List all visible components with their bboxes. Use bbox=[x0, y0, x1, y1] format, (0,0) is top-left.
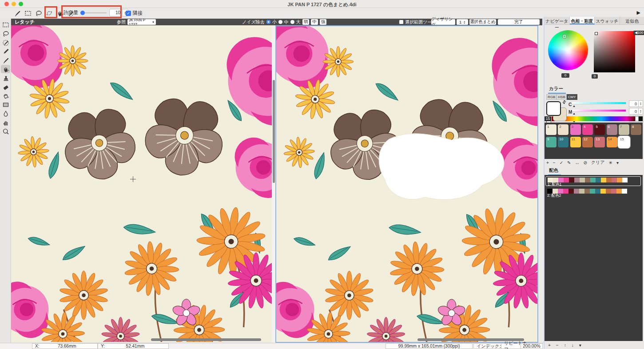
toolbar-overflow-icon[interactable]: ▶ bbox=[637, 10, 640, 16]
spectrum-black-chip[interactable] bbox=[639, 116, 643, 121]
channel-stepper[interactable]: ▲▼ bbox=[639, 108, 643, 115]
tolerance-slider-knob[interactable] bbox=[80, 11, 85, 15]
palette-tool-stamp[interactable] bbox=[1, 74, 10, 82]
canvas-source-view[interactable] bbox=[11, 25, 272, 342]
color-swatch-14[interactable]: 14 bbox=[607, 137, 617, 147]
adjacent-checkbox[interactable]: ✓ bbox=[126, 11, 131, 16]
palette-tool-eraser[interactable] bbox=[1, 83, 10, 91]
saturation-square[interactable] bbox=[594, 31, 635, 72]
noise-strength-button-強[interactable]: 強 bbox=[320, 19, 327, 25]
color-swatch-15[interactable]: 15 bbox=[619, 137, 629, 147]
scheme-move-up-button[interactable]: ↑ bbox=[564, 343, 566, 349]
noise-strength-button-弱[interactable]: 弱 bbox=[302, 19, 310, 25]
scheme-row-2[interactable]: 2: 配色2 bbox=[545, 188, 641, 198]
color-mode-CMY[interactable]: CMY bbox=[567, 94, 577, 100]
palette-tool-droplet[interactable] bbox=[1, 109, 10, 118]
swatch-swap-button[interactable]: ↔ bbox=[575, 160, 579, 165]
noise-strength-button-中[interactable]: 中 bbox=[311, 19, 318, 25]
palette-tool-eyedropper[interactable] bbox=[1, 47, 10, 56]
color-swatch-13[interactable]: 13 bbox=[594, 137, 605, 147]
color-swatch-9[interactable]: 9 bbox=[546, 137, 557, 147]
dithering-value-stepper[interactable]: 1▲▼ bbox=[457, 19, 468, 25]
palette-tool-hand[interactable] bbox=[1, 118, 10, 127]
color-panel-tab[interactable]: カラー bbox=[548, 86, 566, 94]
swatch-clear-button[interactable]: クリア bbox=[591, 159, 605, 166]
scheme-add-button[interactable]: + bbox=[548, 343, 551, 349]
noise-radio-中[interactable] bbox=[278, 20, 282, 24]
color-swatch-12[interactable]: 12 bbox=[582, 137, 593, 147]
color-swatch-5[interactable]: 5 bbox=[594, 124, 605, 135]
channel-value-input[interactable]: 0 bbox=[629, 100, 639, 107]
reference-dropdown[interactable]: JK PAN P 1727 ▼ bbox=[127, 19, 156, 25]
palette-tool-paint-bucket[interactable] bbox=[1, 65, 10, 73]
swatch-add-button[interactable]: + bbox=[546, 160, 549, 165]
color-swatch-1[interactable]: 1 bbox=[546, 124, 557, 135]
scheme-remove-button[interactable]: − bbox=[556, 343, 559, 349]
swatch-confirm-button[interactable]: ✓ bbox=[560, 160, 563, 165]
sidebar-tab[interactable]: ナビゲーター bbox=[545, 17, 570, 24]
color-swatch-7[interactable]: 7 bbox=[619, 124, 629, 135]
canvas-left-hscrollbar[interactable] bbox=[151, 338, 261, 341]
saturation-square-marker[interactable] bbox=[595, 32, 598, 35]
noise-radio-小[interactable] bbox=[266, 20, 270, 24]
swatch-edit-button[interactable]: ✎ bbox=[567, 160, 571, 165]
swatch-remove-button[interactable]: − bbox=[553, 160, 556, 165]
palette-tool-fill-drop[interactable] bbox=[1, 91, 10, 100]
hue-wheel-selector[interactable] bbox=[563, 35, 566, 38]
color-swatch-4[interactable]: 4 bbox=[582, 124, 593, 135]
zoom-level-readout[interactable]: 200.00% bbox=[521, 343, 543, 349]
scheme-row-1[interactable]: 1: 配色1 bbox=[545, 176, 641, 186]
floral-pattern-image bbox=[276, 26, 537, 342]
hue-wheel[interactable] bbox=[548, 30, 588, 70]
channel-slider-marker[interactable]: ▲ bbox=[572, 104, 576, 107]
scheme-menu-button[interactable]: ▾ bbox=[579, 343, 581, 349]
palette-tool-zoom[interactable] bbox=[1, 127, 10, 135]
palette-tool-selection-brush[interactable] bbox=[1, 38, 10, 47]
dither-selection-checkbox[interactable] bbox=[399, 20, 403, 24]
palette-tool-brush[interactable] bbox=[1, 56, 10, 64]
toolbar-tool-brush[interactable] bbox=[12, 8, 22, 18]
toolbar-tool-lasso[interactable] bbox=[34, 8, 43, 18]
color-mode-RGB[interactable]: RGB bbox=[546, 94, 557, 100]
toolbar-tool-rect-select[interactable] bbox=[23, 8, 32, 18]
palette-tool-rect-select[interactable] bbox=[1, 20, 10, 29]
droplet-icon bbox=[2, 110, 10, 118]
sidebar-tab[interactable]: スウォッチ bbox=[595, 17, 620, 24]
palette-tool-rect-fill[interactable] bbox=[1, 100, 10, 109]
channel-slider-marker[interactable]: ▲ bbox=[572, 112, 576, 115]
spectrum-white-chip[interactable] bbox=[635, 116, 639, 121]
scheme-move-down-button[interactable]: ↓ bbox=[572, 343, 574, 349]
toolbar-tool-paint-bucket[interactable] bbox=[55, 8, 64, 18]
color-swatch-3[interactable]: 3 bbox=[570, 124, 581, 135]
channel-value-input[interactable]: 0 bbox=[629, 108, 639, 115]
merge-selected-colors-button[interactable]: 選択色まとめ bbox=[469, 19, 496, 25]
color-swatch-8[interactable]: 8 bbox=[631, 124, 641, 135]
tolerance-input[interactable]: 10 bbox=[109, 9, 123, 16]
paint-bucket-icon bbox=[56, 9, 64, 17]
foreground-color-swatch[interactable] bbox=[546, 101, 561, 116]
rect-select-icon bbox=[2, 21, 10, 29]
channel-stepper[interactable]: ▲▼ bbox=[639, 100, 643, 107]
swatch-menu-button[interactable]: ▾ bbox=[616, 160, 619, 165]
color-swatch-6[interactable]: 6 bbox=[607, 124, 617, 135]
color-mode-HSB[interactable]: HSB bbox=[557, 94, 566, 100]
color-swatch-10[interactable]: 10 bbox=[558, 137, 568, 147]
swatch-disable-button[interactable]: ⊘ bbox=[583, 160, 587, 165]
canvas-left-vscrollbar[interactable] bbox=[273, 80, 275, 183]
scheme-chip bbox=[600, 189, 606, 194]
swatch-settings-button[interactable]: ✳ bbox=[609, 160, 612, 165]
tolerance-slider[interactable] bbox=[81, 12, 107, 13]
color-swatch-11[interactable]: 11 bbox=[570, 137, 581, 147]
color-swatch-2[interactable]: 2 bbox=[558, 124, 568, 135]
done-button[interactable]: 完了 bbox=[498, 19, 540, 25]
sidebar-tab[interactable]: 色相・彩度 bbox=[570, 17, 595, 24]
scheme-panel-tab[interactable]: 配色 bbox=[548, 167, 561, 175]
toolbar-tool-polygon-lasso[interactable] bbox=[44, 8, 54, 18]
noise-radio-大[interactable] bbox=[290, 20, 294, 24]
dithering-button[interactable]: ディザリング bbox=[431, 19, 455, 25]
canvas-edit-view[interactable] bbox=[275, 25, 538, 343]
sidebar-tab[interactable]: 近似色 bbox=[620, 17, 644, 24]
palette-tool-lasso[interactable] bbox=[1, 29, 10, 38]
channel-slider[interactable] bbox=[572, 102, 626, 104]
channel-slider[interactable] bbox=[572, 110, 626, 112]
